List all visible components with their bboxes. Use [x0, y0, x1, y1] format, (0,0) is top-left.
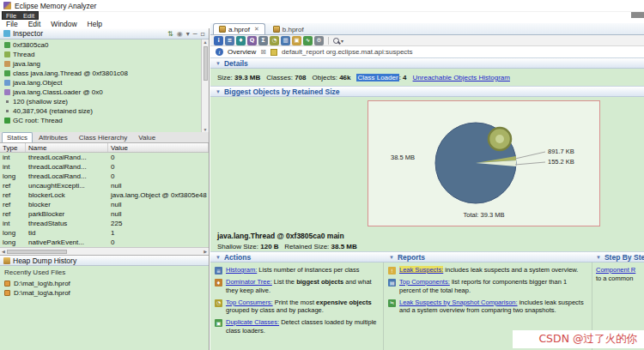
histogram-link[interactable]: Histogram: — [226, 266, 257, 274]
biggest-objects-section-header[interactable]: ▼ Biggest Objects by Retained Size — [210, 86, 644, 97]
editor-tab-a[interactable]: a.hprof ✕ — [213, 23, 265, 34]
inspector-tabs: Statics Attributes Class Hierarchy Value — [0, 132, 209, 143]
collapse-icon[interactable]: ▼ — [216, 61, 221, 66]
heap-file-item[interactable]: D:\mat_log\b.hprof — [4, 279, 204, 288]
menu-edit-overlay[interactable]: Edit — [23, 12, 34, 20]
cell-name: uncaughtExcepti... — [26, 182, 108, 190]
scroll-up-icon[interactable]: ▲ — [204, 39, 208, 45]
selected-object-label[interactable]: java.lang.Thread @ 0xf3805ca0 main — [217, 232, 344, 240]
action-text: Duplicate Classes: Detect classes loaded… — [226, 318, 379, 335]
cell-value: 225 — [108, 220, 209, 227]
cell-value: 0 — [108, 172, 209, 180]
menu-window[interactable]: Window — [51, 20, 76, 28]
table-row[interactable]: intthreadLocalRand...0 — [0, 153, 209, 162]
classloader-value: 4 — [403, 74, 406, 81]
overview-pane-label[interactable]: Overview — [228, 48, 256, 56]
report-item: ! Leak Suspects: includes leak suspects … — [388, 266, 587, 275]
tree-item[interactable]: java.lang.Object — [0, 78, 201, 88]
tab-value[interactable]: Value — [133, 132, 161, 142]
tree-item[interactable]: java.lang.ClassLoader @ 0x0 — [0, 88, 201, 97]
menu-help[interactable]: Help — [88, 20, 102, 28]
scroll-right-icon[interactable]: ▶ — [204, 249, 207, 254]
step-by-step-section-header[interactable]: ▼ Step By Step — [592, 251, 644, 262]
classes-stat: Classes: 708 — [266, 74, 306, 81]
sum-icon[interactable]: Σ — [258, 36, 268, 45]
collapse-icon[interactable]: ▼ — [216, 89, 221, 94]
tree-scrollbar[interactable]: ▲ ▼ — [201, 39, 209, 132]
histogram-icon[interactable]: ≡ — [225, 36, 234, 45]
table-horizontal-scrollbar[interactable]: ◀ ▶ — [0, 247, 209, 255]
component-report-link[interactable]: Component R — [596, 266, 635, 274]
pin-icon[interactable]: ◉ — [177, 30, 183, 38]
close-pane-icon[interactable]: ⊠ — [260, 48, 266, 56]
table-row[interactable]: longnativeParkEvent...0 — [0, 238, 209, 247]
dominator-tree-icon[interactable]: ♦ — [236, 36, 246, 45]
table-row[interactable]: longtid1 — [0, 228, 209, 238]
editor-tab-b[interactable]: b.hprof — [267, 23, 310, 34]
pie-chart-icon[interactable]: ◔ — [270, 36, 279, 45]
search-dropdown-icon[interactable]: ▾ — [341, 38, 343, 44]
package-icon[interactable]: ▣ — [292, 36, 301, 45]
thread-overview-icon[interactable]: ∿ — [303, 36, 313, 45]
cell-type: int — [0, 163, 26, 171]
cell-name: tid — [26, 229, 108, 237]
heap-file-item[interactable]: D:\mat_log\a.hprof — [4, 288, 204, 298]
table-row[interactable]: intthreadLocalRand...0 — [0, 162, 209, 172]
heap-dump-history-header[interactable]: Heap Dump History — [0, 255, 209, 266]
close-icon[interactable]: ✕ — [254, 26, 259, 33]
snapshot-comparison-link[interactable]: Leak Suspects by Snapshot Comparison: — [399, 299, 518, 306]
table-row[interactable]: refblockerLockjava.lang.Object @ 0xf3805… — [0, 190, 209, 200]
report-pane-label[interactable]: default_report org.eclipse.mat.api:suspe… — [282, 48, 413, 56]
menu-file-overlay[interactable]: File — [6, 12, 16, 20]
column-header-type[interactable]: Type — [0, 143, 26, 152]
tree-item[interactable]: 120 (shallow size) — [0, 97, 201, 106]
tab-statics[interactable]: Statics — [2, 132, 33, 142]
overview-icon[interactable]: i — [214, 36, 223, 45]
menu-edit[interactable]: Edit — [28, 20, 41, 28]
tree-item[interactable]: java.lang — [0, 59, 201, 69]
scroll-thumb[interactable] — [7, 250, 67, 254]
column-header-name[interactable]: Name — [26, 143, 108, 152]
scroll-thumb[interactable] — [204, 46, 208, 81]
sort-icon[interactable]: ⇅ — [167, 30, 173, 38]
collapse-icon[interactable]: ▼ — [596, 255, 601, 260]
table-row[interactable]: longthreadLocalRand...0 — [0, 172, 209, 181]
tab-class-hierarchy[interactable]: Class Hierarchy — [74, 132, 132, 142]
chart-icon[interactable]: ▥ — [281, 36, 290, 45]
collapse-icon[interactable]: ▼ — [216, 255, 221, 260]
actions-section-header[interactable]: ▼ Actions — [210, 251, 384, 262]
search-icon[interactable] — [333, 38, 339, 44]
menu-overlay[interactable]: File Edit — [2, 11, 39, 20]
tree-item[interactable]: 40,387,904 (retained size) — [0, 106, 201, 116]
table-row[interactable]: refblockernull — [0, 200, 209, 209]
tree-item[interactable]: Thread — [0, 50, 201, 59]
table-row[interactable]: intthreadStatus225 — [0, 219, 209, 228]
reports-section-header[interactable]: ▼ Reports — [384, 251, 592, 262]
menu-file[interactable]: File — [6, 20, 18, 28]
retained-size-pie-chart[interactable]: 38.5 MB 891.7 KB 155.2 KB Total: 39.3 MB — [368, 100, 600, 226]
collapse-icon[interactable]: ▼ — [389, 255, 394, 260]
tree-item[interactable]: 0xf3805ca0 — [0, 40, 201, 50]
scroll-left-icon[interactable]: ◀ — [2, 249, 5, 254]
reports-title: Reports — [398, 253, 425, 262]
top-consumers-link[interactable]: Top Consumers: — [226, 299, 273, 306]
leak-suspects-link[interactable]: Leak Suspects: — [399, 266, 443, 274]
action-desc-bold: expensive objects — [316, 299, 372, 306]
view-menu-icon[interactable]: ▾ — [186, 30, 190, 38]
tree-item[interactable]: GC root: Thread — [0, 116, 201, 125]
duplicate-classes-link[interactable]: Duplicate Classes: — [226, 318, 279, 326]
tab-attributes[interactable]: Attributes — [33, 132, 73, 142]
column-header-value[interactable]: Value — [108, 143, 209, 152]
oql-icon[interactable]: Q — [247, 36, 257, 45]
top-components-link[interactable]: Top Components: — [399, 278, 450, 286]
cell-name: threadLocalRand... — [26, 154, 108, 161]
tree-item[interactable]: class java.lang.Thread @ 0xf3801c08 — [0, 69, 201, 78]
details-section-header[interactable]: ▼ Details — [210, 57, 644, 69]
table-row[interactable]: refparkBlockernull — [0, 209, 209, 219]
table-row[interactable]: refuncaughtExcepti...null — [0, 181, 209, 190]
minimize-icon[interactable]: ─ — [193, 30, 197, 38]
dominator-tree-link[interactable]: Dominator Tree: — [226, 278, 272, 286]
maximize-icon[interactable]: ▫ — [201, 30, 205, 38]
settings-icon[interactable]: ⚙ — [314, 36, 324, 45]
unreachable-objects-link[interactable]: Unreachable Objects Histogram — [413, 74, 510, 81]
